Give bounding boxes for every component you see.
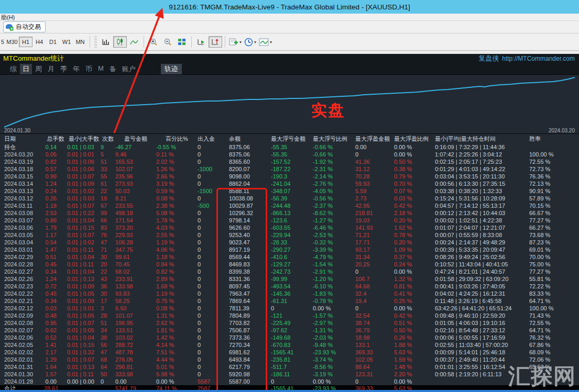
tab-日[interactable]: 日 bbox=[20, 64, 32, 74]
bottom-window-border bbox=[0, 390, 579, 392]
cell: 64.71 % bbox=[529, 297, 579, 305]
cell: 0 bbox=[355, 151, 394, 158]
cell: 0:01:29 | 4:01:03 | 49:14:22 bbox=[435, 165, 529, 173]
timeframe-D1[interactable]: D1 bbox=[46, 37, 60, 47]
cell: 最大浮盈比例 bbox=[394, 134, 435, 143]
timeframe-H4[interactable]: H4 bbox=[32, 37, 46, 47]
indicators-button[interactable]: ▾ bbox=[259, 38, 272, 46]
tile-windows-icon[interactable] bbox=[175, 36, 189, 48]
brand-url-link[interactable]: http://MTCommander.com bbox=[502, 55, 575, 62]
cell: 100.00 % bbox=[529, 151, 579, 158]
cell: 171.54 bbox=[115, 217, 156, 224]
table-row: 2024.03.061.790.01 | 0.1583373.204.03 %0… bbox=[0, 224, 579, 231]
cell: 2.53 bbox=[44, 209, 67, 217]
line-chart-icon[interactable] bbox=[127, 36, 141, 48]
chart-start-date: 2024.01.30 bbox=[4, 128, 30, 133]
cell: 0:00:06 | 5:00:55 | 17:16:59 bbox=[435, 334, 529, 341]
cell: 8200.07 bbox=[229, 165, 271, 173]
cell: 0.01 | 0.06 bbox=[67, 158, 101, 165]
cell: -2.91 % bbox=[313, 268, 355, 275]
tab-月[interactable]: 月 bbox=[45, 64, 57, 74]
cell: 0.01 | 0.04 bbox=[67, 334, 101, 341]
zoom-out-icon[interactable] bbox=[161, 36, 174, 48]
cell: 0 bbox=[198, 356, 229, 363]
timeframe-H1[interactable]: H1 bbox=[19, 37, 32, 47]
cell: 0:00:09 | 5:14:01 | 25:46:18 bbox=[435, 349, 529, 356]
cell: 0.01 | 0.07 bbox=[67, 202, 101, 209]
cell: 83 bbox=[101, 224, 115, 231]
tab-M[interactable]: M bbox=[95, 64, 106, 74]
chart-shift-icon[interactable] bbox=[209, 36, 222, 48]
cell: 22 bbox=[101, 187, 115, 195]
cell: 233.55 bbox=[115, 202, 156, 209]
periods-clock-button[interactable]: ▾ bbox=[244, 38, 256, 47]
timeframe-5[interactable]: 5 bbox=[0, 37, 5, 47]
cell: 0.26 % bbox=[394, 334, 435, 341]
cell: 0:02:16 | 8:54:48 | 27:33:12 bbox=[435, 327, 529, 334]
timeframe-W1[interactable]: W1 bbox=[60, 37, 73, 47]
tab-周[interactable]: 周 bbox=[32, 64, 45, 74]
cell: 1.68 % bbox=[156, 283, 198, 290]
cell: 0.00 % bbox=[394, 268, 435, 275]
cell: 出入金 bbox=[198, 134, 229, 143]
cell: 123.31 bbox=[355, 371, 394, 378]
candlestick-chart-icon[interactable] bbox=[113, 36, 127, 48]
cell: 9253.40 bbox=[229, 231, 271, 239]
tab-年[interactable]: 年 bbox=[70, 64, 82, 74]
toolbar-grip[interactable] bbox=[94, 36, 97, 48]
timeframe-MN[interactable]: MN bbox=[73, 37, 87, 47]
cell: 66.67 % bbox=[529, 209, 579, 217]
table-row: 2024.02.022.170.01 | 0.3247487.787.51 %0… bbox=[0, 349, 579, 356]
cell: 2024.03.19 bbox=[4, 158, 44, 165]
cell bbox=[529, 143, 579, 151]
auto-scroll-icon[interactable] bbox=[194, 36, 208, 48]
zoom-in-icon[interactable] bbox=[147, 36, 160, 48]
tab-账户[interactable]: 账户 bbox=[119, 64, 138, 74]
cell: 72.06 % bbox=[529, 356, 579, 363]
cell: 0.01 | 0.02 bbox=[67, 239, 101, 246]
cell bbox=[529, 378, 579, 385]
timeframe-M30[interactable]: M30 bbox=[5, 37, 19, 47]
cell: 0.01 | 0.11 bbox=[67, 246, 101, 253]
tab-币[interactable]: 币 bbox=[83, 64, 95, 74]
cell: 4.03 % bbox=[156, 224, 198, 231]
cell: 30 bbox=[101, 290, 115, 297]
new-order-button[interactable]: ▾ bbox=[229, 38, 242, 46]
cell: 1.79 bbox=[44, 224, 67, 231]
table-row: 2024.01.311.640.01 | 0.1364296.815.01 %0… bbox=[0, 363, 579, 371]
cell: -290.27 bbox=[271, 246, 313, 253]
cell: 8469.83 bbox=[229, 261, 271, 268]
cell: 1.48 % bbox=[394, 363, 435, 371]
menu-item-help[interactable]: 助(H) bbox=[1, 14, 15, 20]
tab-综[interactable]: 综 bbox=[7, 64, 19, 74]
cell: 0.01 | 0.01 bbox=[67, 151, 101, 158]
cell: 0:00:07 | 0:55:59 | 8:33:08 bbox=[435, 231, 529, 239]
tab-trajectory[interactable]: 轨迹 bbox=[161, 64, 182, 74]
cell: 0 bbox=[198, 327, 229, 334]
table-row: 2024.03.190.820.01 | 0.0651165.532.02 %0… bbox=[0, 158, 579, 165]
tab-备[interactable]: 备 bbox=[107, 64, 119, 74]
table-row: 2024.03.150.990.01 | 0.0755235.962.66 %0… bbox=[0, 173, 579, 180]
cell: 77.27 % bbox=[529, 217, 579, 224]
cell: 0 bbox=[198, 209, 229, 217]
tab-季[interactable]: 季 bbox=[58, 64, 70, 74]
table-row: 2024.02.210.340.01 | 0.091758.250.75 %07… bbox=[0, 297, 579, 305]
cell bbox=[435, 378, 529, 385]
cell: 18.98 bbox=[355, 334, 394, 341]
cell: 0.01 | 0.06 bbox=[67, 165, 101, 173]
cell: 8399.38 bbox=[229, 268, 271, 275]
cell: 0:00:58 | 2:19:20 | 6:11:13 bbox=[435, 371, 529, 378]
cell: 0.08 % bbox=[156, 305, 198, 312]
cell: 0.01 | 0.22 bbox=[67, 209, 101, 217]
cell: 1.31 % bbox=[156, 312, 198, 319]
cell: 9 bbox=[101, 143, 115, 151]
bar-chart-icon[interactable] bbox=[99, 36, 113, 48]
cell: 2024.02.12 bbox=[4, 305, 44, 312]
cell: -8.62 % bbox=[313, 209, 355, 217]
cell: 71.43 % bbox=[529, 312, 579, 319]
cell: 0:09:48 | 9:46:10 | 22:59:20 bbox=[435, 312, 529, 319]
cell: 106.7 bbox=[355, 275, 394, 283]
cell: -1.92 % bbox=[313, 158, 355, 165]
cell: -493.54 bbox=[271, 283, 313, 290]
auto-trading-button[interactable]: 自动交易 bbox=[3, 21, 46, 32]
